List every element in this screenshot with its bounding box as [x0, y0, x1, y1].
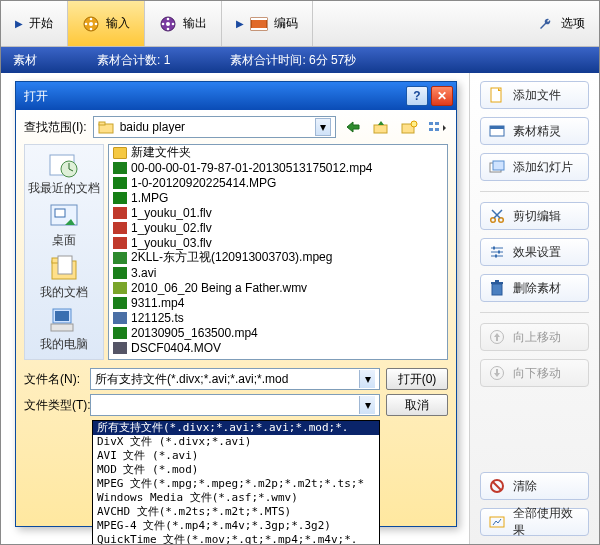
file-name: 新建文件夹 [131, 144, 191, 161]
filetype-option[interactable]: MPEG 文件(*.mpg;*.mpeg;*.m2p;*.m2t;*.ts;* [93, 477, 379, 491]
sidebar: 添加文件 素材精灵 添加幻灯片 剪切编辑 效果设置 删除素材 [469, 73, 599, 544]
file-list[interactable]: 新建文件夹00-00-00-01-79-87-01-20130513175012… [108, 144, 448, 360]
svg-rect-13 [251, 18, 267, 20]
file-row[interactable]: 1_youku_01.flv [109, 205, 447, 220]
place-label: 我最近的文档 [28, 180, 100, 197]
file-row[interactable]: 121125.ts [109, 310, 447, 325]
place-recent[interactable]: 我最近的文档 [28, 149, 100, 197]
file-row[interactable]: 9311.mp4 [109, 295, 447, 310]
tab-output[interactable]: 输出 [145, 1, 222, 46]
open-button[interactable]: 打开(0) [386, 368, 448, 390]
filename-label: 文件名(N): [24, 371, 84, 388]
filetype-option[interactable]: AVCHD 文件(*.m2ts;*.m2t;*.MTS) [93, 505, 379, 519]
cut-edit-button[interactable]: 剪切编辑 [480, 202, 589, 230]
reel-icon [159, 15, 177, 33]
svg-rect-49 [55, 311, 69, 321]
file-name: 3.avi [131, 266, 156, 280]
places-bar: 我最近的文档 桌面 我的文档 我的电脑 [24, 144, 104, 360]
file-row[interactable]: 20130905_163500.mp4 [109, 325, 447, 340]
place-desktop[interactable]: 桌面 [47, 201, 81, 249]
dialog-title: 打开 [24, 88, 48, 105]
filetype-option[interactable]: MOD 文件 (*.mod) [93, 463, 379, 477]
file-row[interactable]: 1-0-20120920225414.MPG [109, 175, 447, 190]
up-one-level-button[interactable] [370, 116, 392, 138]
filetype-option[interactable]: Windows Media 文件(*.asf;*.wmv) [93, 491, 379, 505]
file-name: 1_youku_01.flv [131, 206, 212, 220]
filetype-option[interactable]: MPEG-4 文件(*.mp4;*.m4v;*.3gp;*.3g2) [93, 519, 379, 533]
button-label: 添加文件 [513, 87, 561, 104]
filetype-combo[interactable]: ▾ [90, 394, 380, 416]
move-up-button[interactable]: 向上移动 [480, 323, 589, 351]
arrow-down-icon [489, 365, 505, 381]
folder-new-icon [400, 119, 418, 135]
file-name: 1_youku_02.flv [131, 221, 212, 235]
tab-encode[interactable]: ▶ 编码 [222, 1, 313, 46]
help-button[interactable]: ? [406, 86, 428, 106]
file-name: 121125.ts [131, 311, 184, 325]
svg-point-9 [167, 27, 170, 30]
wizard-button[interactable]: 素材精灵 [480, 117, 589, 145]
svg-point-36 [411, 121, 417, 127]
filetype-option[interactable]: DivX 文件 (*.divx;*.avi) [93, 435, 379, 449]
close-button[interactable]: ✕ [431, 86, 453, 106]
mp4-file-icon [113, 162, 127, 174]
place-mycomputer[interactable]: 我的电脑 [40, 305, 88, 353]
file-name: DSCF0404.MOV [131, 341, 221, 355]
file-row[interactable]: 1_youku_02.flv [109, 220, 447, 235]
button-label: 剪切编辑 [513, 208, 561, 225]
file-row[interactable]: DSCF0404.MOV [109, 340, 447, 355]
move-down-button[interactable]: 向下移动 [480, 359, 589, 387]
place-label: 我的电脑 [40, 336, 88, 353]
file-row[interactable]: 00-00-00-01-79-87-01-20130513175012.mp4 [109, 160, 447, 175]
tab-label: 开始 [29, 15, 53, 32]
chevron-down-icon[interactable]: ▾ [359, 370, 375, 388]
delete-material-button[interactable]: 删除素材 [480, 274, 589, 302]
apply-fx-icon [489, 514, 505, 530]
svg-point-3 [90, 27, 93, 30]
svg-rect-23 [498, 251, 500, 254]
cancel-button[interactable]: 取消 [386, 394, 448, 416]
filename-combo[interactable]: 所有支持文件(*.divx;*.avi;*.avi;*.mod ▾ [90, 368, 380, 390]
chevron-down-icon[interactable]: ▾ [315, 118, 331, 136]
look-in-value: baidu player [120, 120, 185, 134]
tab-input[interactable]: 输入 [68, 1, 145, 46]
folder-up-icon [372, 119, 390, 135]
file-row[interactable]: 新建文件夹 [109, 145, 447, 160]
filetype-dropdown[interactable]: 所有支持文件(*.divx;*.avi;*.avi;*.mod;*.DivX 文… [92, 420, 380, 545]
file-row[interactable]: 1.MPG [109, 190, 447, 205]
chevron-down-icon[interactable]: ▾ [359, 396, 375, 414]
mpg-file-icon [113, 177, 127, 189]
svg-point-11 [172, 22, 175, 25]
computer-icon [47, 305, 81, 335]
back-button[interactable] [342, 116, 364, 138]
file-row[interactable]: 3.avi [109, 265, 447, 280]
tab-start[interactable]: ▶ 开始 [1, 1, 68, 46]
folder-file-icon [113, 147, 127, 159]
tab-options[interactable]: 选项 [523, 1, 599, 46]
file-row[interactable]: 2KLL-东方卫视(120913003703).mpeg [109, 250, 447, 265]
dialog-titlebar[interactable]: 打开 ? ✕ [16, 82, 456, 110]
file-row[interactable]: 1_youku_03.flv [109, 235, 447, 250]
svg-point-7 [166, 22, 170, 26]
look-in-combo[interactable]: baidu player ▾ [93, 116, 336, 138]
apply-all-fx-button[interactable]: 全部使用效果 [480, 508, 589, 536]
svg-rect-25 [492, 284, 502, 295]
clear-button[interactable]: 清除 [480, 472, 589, 500]
filetype-option[interactable]: 所有支持文件(*.divx;*.avi;*.avi;*.mod;*. [93, 421, 379, 435]
svg-point-8 [167, 17, 170, 20]
filetype-option[interactable]: AVI 文件 (*.avi) [93, 449, 379, 463]
slide-icon [489, 159, 505, 175]
new-folder-button[interactable] [398, 116, 420, 138]
place-mydocs[interactable]: 我的文档 [40, 253, 88, 301]
views-button[interactable] [426, 116, 448, 138]
fx-settings-button[interactable]: 效果设置 [480, 238, 589, 266]
file-row[interactable]: 2010_06_20 Being a Father.wmv [109, 280, 447, 295]
flv-file-icon [113, 207, 127, 219]
add-file-button[interactable]: 添加文件 [480, 81, 589, 109]
file-plus-icon [489, 87, 505, 103]
svg-rect-39 [435, 122, 439, 125]
tab-label: 输入 [106, 15, 130, 32]
filetype-option[interactable]: QuickTime 文件(*.mov;*.qt;*.mp4;*.m4v;*. [93, 533, 379, 545]
play-icon: ▶ [236, 18, 244, 29]
add-slide-button[interactable]: 添加幻灯片 [480, 153, 589, 181]
